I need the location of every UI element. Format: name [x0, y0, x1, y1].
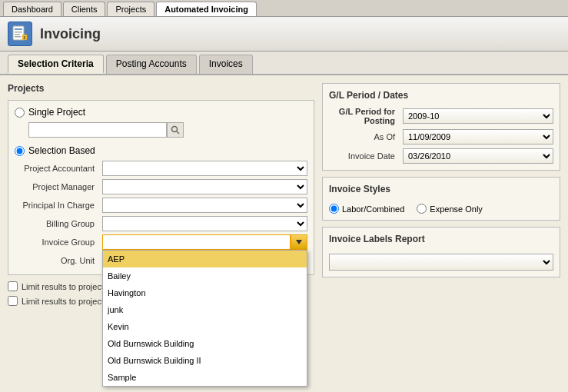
labor-combined-option: Labor/Combined [329, 204, 404, 214]
invoice-styles-box: Invoice Styles Labor/Combined Expense On… [322, 177, 560, 221]
right-panel: G/L Period / Dates G/L Period for Postin… [322, 83, 560, 390]
tab-bar: Selection Criteria Posting Accounts Invo… [0, 51, 568, 75]
svg-point-7 [172, 127, 178, 132]
search-icon [171, 125, 180, 135]
invoice-styles-title: Invoice Styles [329, 184, 553, 194]
tab-selection-criteria[interactable]: Selection Criteria [8, 55, 104, 74]
search-input-row [15, 122, 307, 138]
dropdown-item-kevin[interactable]: Kevin [103, 318, 307, 335]
invoice-labels-select[interactable] [329, 254, 553, 271]
dropdown-item-bailey[interactable]: Bailey [103, 267, 307, 284]
svg-line-8 [177, 131, 179, 134]
labor-combined-label: Labor/Combined [342, 204, 404, 214]
billing-group-label: Billing Group [21, 219, 98, 228]
selection-based-row: Selection Based [15, 145, 307, 156]
selection-form-grid: Project Accountant Project Manager Princ… [15, 161, 307, 268]
dropdown-item-sample[interactable]: Sample [103, 369, 307, 386]
invoice-styles-radio-group: Labor/Combined Expense Only [329, 201, 553, 214]
invoice-date-label: Invoice Date [329, 151, 398, 161]
dropdown-item-junk[interactable]: junk [103, 301, 307, 318]
limit1-label: Limit results to projects n [22, 282, 115, 291]
gl-period-title: G/L Period / Dates [329, 90, 553, 101]
principal-in-charge-label: Principal In Charge [21, 201, 98, 210]
main-content: Projects Single Project Selection B [0, 75, 568, 392]
svg-rect-2 [15, 32, 22, 33]
org-unit-label: Org. Unit [21, 256, 98, 265]
billing-group-select[interactable] [102, 216, 307, 231]
limit2-checkbox[interactable] [8, 296, 18, 306]
nav-tab-dashboard[interactable]: Dashboard [3, 2, 61, 16]
selection-based-radio[interactable] [15, 146, 25, 156]
gl-form: G/L Period for Posting 2009-10 As Of 11/… [329, 107, 553, 164]
svg-rect-3 [15, 34, 20, 35]
project-accountant-select[interactable] [102, 161, 307, 176]
invoice-svg-icon: $ [12, 25, 28, 42]
invoice-group-dropdown-list: AEP Bailey Havington junk Kevin Old Burn… [102, 250, 307, 387]
single-project-label: Single Project [28, 107, 85, 118]
search-button[interactable] [167, 122, 184, 138]
single-project-search-input[interactable] [28, 122, 167, 138]
svg-text:$: $ [24, 35, 26, 40]
limit2-label: Limit results to projects n [22, 297, 115, 306]
expense-only-radio[interactable] [417, 204, 427, 214]
invoicing-icon: $ [8, 22, 32, 46]
projects-section-title: Projects [8, 83, 314, 94]
as-of-select[interactable]: 11/09/2009 [403, 129, 553, 145]
nav-tab-clients[interactable]: Clients [63, 2, 106, 16]
invoice-group-container: AEP Bailey Havington junk Kevin Old Burn… [102, 234, 307, 250]
single-project-row: Single Project [15, 107, 307, 118]
project-manager-label: Project Manager [21, 182, 98, 191]
svg-rect-4 [15, 36, 21, 38]
projects-box: Single Project Selection Based Project A… [8, 100, 314, 275]
tab-invoices[interactable]: Invoices [199, 55, 253, 74]
project-manager-select[interactable] [102, 179, 307, 194]
expense-only-label: Expense Only [430, 204, 482, 214]
nav-tab-projects[interactable]: Projects [107, 2, 154, 16]
dropdown-item-old-burnswick-2[interactable]: Old Burnswick Building II [103, 352, 307, 369]
svg-rect-1 [15, 28, 22, 30]
invoice-labels-title: Invoice Labels Report [329, 234, 553, 244]
tab-posting-accounts[interactable]: Posting Accounts [106, 55, 197, 74]
single-project-radio[interactable] [15, 108, 25, 118]
invoice-group-label: Invoice Group [21, 238, 98, 247]
labor-combined-radio[interactable] [329, 204, 339, 214]
invoice-group-input[interactable] [102, 234, 291, 250]
nav-tab-automated-invoicing[interactable]: Automated Invoicing [156, 2, 257, 16]
dropdown-item-havington[interactable]: Havington [103, 284, 307, 301]
left-panel: Projects Single Project Selection B [8, 83, 322, 390]
page-header: $ Invoicing [0, 17, 568, 51]
dropdown-item-old-burnswick[interactable]: Old Burnswick Building [103, 335, 307, 352]
dropdown-arrow-icon [296, 240, 302, 244]
principal-in-charge-select[interactable] [102, 198, 307, 213]
invoice-date-select[interactable]: 03/26/2010 [403, 148, 553, 164]
nav-bar: Dashboard Clients Projects Automated Inv… [0, 0, 568, 17]
expense-only-option: Expense Only [417, 204, 482, 214]
as-of-label: As Of [329, 132, 398, 141]
selection-based-label: Selection Based [28, 145, 95, 156]
invoice-labels-box: Invoice Labels Report [322, 227, 560, 277]
svg-marker-9 [296, 240, 302, 244]
gl-period-label: G/L Period for Posting [329, 107, 398, 125]
gl-period-select[interactable]: 2009-10 [403, 108, 553, 124]
limit1-checkbox[interactable] [8, 281, 18, 291]
gl-period-box: G/L Period / Dates G/L Period for Postin… [322, 83, 560, 171]
invoice-group-dropdown-btn[interactable] [291, 234, 307, 250]
project-accountant-label: Project Accountant [21, 164, 98, 173]
page-title: Invoicing [40, 26, 101, 42]
dropdown-item-aep[interactable]: AEP [103, 251, 307, 267]
